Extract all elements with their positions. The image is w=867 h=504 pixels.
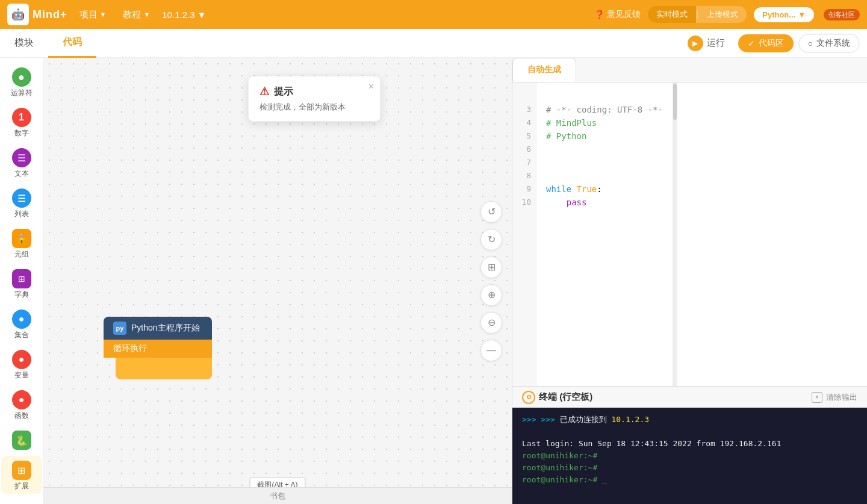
left-sidebar: ● 运算符 1 数字 ☰ 文本 ☰ 列表 🔒 元组	[0, 58, 43, 504]
terminal-content[interactable]: >>> >>> 已成功连接到 10.1.2.3 Last login: Sun …	[512, 408, 867, 504]
zoom-in-button[interactable]: ⊕	[480, 284, 502, 306]
realtime-mode-button[interactable]: 实时模式	[648, 6, 696, 23]
tooltip-body: 检测完成，全部为新版本	[259, 102, 369, 113]
tooltip-title-text: 提示	[274, 86, 293, 98]
tutorial-arrow-icon: ▼	[143, 11, 150, 18]
sidebar-item-function[interactable]: ● 函数	[1, 385, 42, 423]
circle-icon: ○	[808, 39, 813, 48]
float-buttons: ↺ ↻ ⊞ ⊕ ⊖ —	[480, 201, 502, 361]
terminal-bar: ⚙ 终端 (行空板) × 清除输出	[512, 386, 867, 408]
tuple-icon: 🔒	[12, 229, 31, 248]
sidebar-item-extend[interactable]: ⊞ 扩展	[1, 456, 42, 494]
right-panel: 自动生成 3 4 5 6 7 8 9 10 # -*- coding: UTF-…	[512, 58, 867, 504]
logo-area: 🤖 Mind+	[7, 4, 67, 25]
version-arrow-icon: ▼	[197, 10, 207, 20]
grid-button[interactable]: ⊞	[480, 257, 502, 278]
set-icon: ●	[12, 310, 31, 329]
terminal-title: ⚙ 终端 (行空板)	[522, 391, 807, 404]
sidebar-item-variable[interactable]: ● 变量	[1, 345, 42, 383]
sidebar-item-tuple[interactable]: 🔒 元组	[1, 224, 42, 262]
extend-icon: ⊞	[12, 461, 31, 480]
check-icon: ✓	[748, 39, 755, 48]
python-icon: 🐍	[12, 431, 31, 450]
scrollbar-thumb	[673, 84, 677, 120]
logo-icon: 🤖	[7, 4, 29, 25]
code-editor[interactable]: 3 4 5 6 7 8 9 10 # -*- coding: UTF-8 -*-…	[512, 82, 867, 386]
fit-button[interactable]: —	[480, 340, 502, 361]
feedback-button[interactable]: ❓ 意见反馈	[594, 9, 641, 20]
tooltip-close-button[interactable]: ×	[368, 81, 374, 92]
sidebar-item-set[interactable]: ● 集合	[1, 305, 42, 343]
clear-icon: ×	[812, 392, 822, 403]
zoom-out-button[interactable]: ⊖	[480, 312, 502, 334]
sidebar-item-operator[interactable]: ● 运算符	[1, 63, 42, 101]
logo-text: Mind+	[33, 8, 67, 21]
operator-icon: ●	[12, 67, 31, 87]
block-loop[interactable]: 循环执行	[104, 340, 212, 358]
right-scrollbar[interactable]	[673, 82, 677, 386]
python-mode-button[interactable]: Python... ▼	[754, 7, 814, 22]
line-numbers: 3 4 5 6 7 8 9 10	[512, 82, 536, 386]
block-container[interactable]: py Python主程序开始 循环执行	[104, 317, 212, 379]
auto-generate-tab[interactable]: 自动生成	[512, 58, 576, 82]
block-inner	[116, 358, 212, 379]
code-area-button[interactable]: ✓ 代码区	[738, 34, 794, 52]
terminal-line-2	[522, 426, 857, 438]
undo-button[interactable]: ↺	[480, 201, 502, 223]
function-icon: ●	[12, 390, 31, 409]
sidebar-item-dict[interactable]: ⊞ 字典	[1, 264, 42, 302]
second-nav: 模块 代码 ▶ 运行 ✓ 代码区 ○ 文件系统	[0, 29, 867, 58]
sidebar-item-list[interactable]: ☰ 列表	[1, 184, 42, 222]
list-icon: ☰	[12, 188, 31, 208]
tutorial-menu-button[interactable]: 教程 ▼	[118, 7, 155, 23]
python-arrow-icon: ▼	[798, 10, 806, 19]
project-arrow-icon: ▼	[100, 11, 107, 18]
py-icon: py	[113, 322, 126, 335]
block-area[interactable]: ⚠ 提示 检测完成，全部为新版本 × py Python主程序开始 循环执行 ↺…	[43, 58, 512, 504]
warn-icon: ⚠	[259, 85, 269, 98]
upload-mode-button[interactable]: 上传模式	[698, 6, 747, 23]
terminal-line-6: root@unihiker:~# _	[522, 474, 857, 486]
block-main[interactable]: py Python主程序开始	[104, 317, 212, 340]
dict-icon: ⊞	[12, 269, 31, 288]
terminal-icon: ⚙	[522, 391, 535, 404]
question-icon: ❓	[594, 10, 604, 19]
project-menu-button[interactable]: 项目 ▼	[75, 7, 111, 23]
text-icon: ☰	[12, 148, 31, 167]
tab-code[interactable]: 代码	[48, 29, 96, 58]
tooltip-popup: ⚠ 提示 检测完成，全部为新版本 ×	[248, 76, 381, 122]
sidebar-item-python[interactable]: 🐍	[1, 426, 42, 453]
mode-group: 实时模式 | 上传模式	[648, 6, 747, 23]
sidebar-item-text[interactable]: ☰ 文本	[1, 143, 42, 181]
terminal-line-3: Last login: Sun Sep 18 12:43:15 2022 fro…	[522, 438, 857, 450]
terminal-line-4: root@unihiker:~#	[522, 450, 857, 462]
redo-button[interactable]: ↻	[480, 229, 502, 250]
community-badge: 创客社区	[824, 9, 860, 20]
sidebar-item-number[interactable]: 1 数字	[1, 103, 42, 141]
code-content: # -*- coding: UTF-8 -*- # MindPlus # Pyt…	[536, 82, 673, 386]
terminal-line-5: root@unihiker:~#	[522, 462, 857, 474]
tab-blocks[interactable]: 模块	[0, 29, 48, 58]
run-button[interactable]: ▶ 运行	[679, 36, 733, 51]
file-system-button[interactable]: ○ 文件系统	[798, 34, 860, 53]
play-icon: ▶	[688, 36, 703, 51]
code-tabs: 自动生成	[512, 58, 867, 82]
top-nav: 🤖 Mind+ 项目 ▼ 教程 ▼ 10.1.2.3 ▼ ❓ 意见反馈 实时模式…	[0, 0, 867, 29]
main-layout: ● 运算符 1 数字 ☰ 文本 ☰ 列表 🔒 元组	[0, 58, 867, 504]
number-icon: 1	[12, 108, 31, 127]
version-button[interactable]: 10.1.2.3 ▼	[162, 10, 206, 20]
clear-output-button[interactable]: × 清除输出	[812, 392, 857, 403]
terminal-line-1: >>> >>> 已成功连接到 10.1.2.3	[522, 414, 857, 426]
bookbag-bar: 书包	[43, 487, 512, 504]
variable-icon: ●	[12, 350, 31, 369]
